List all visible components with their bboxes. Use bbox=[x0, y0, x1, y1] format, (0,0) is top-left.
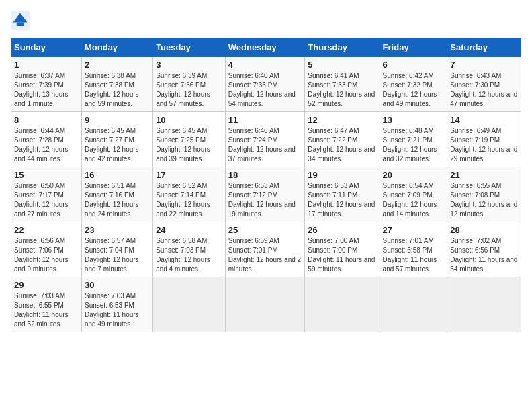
day-info: Sunrise: 6:58 AMSunset: 7:03 PMDaylight:… bbox=[156, 236, 222, 274]
col-header-tuesday: Tuesday bbox=[153, 38, 226, 57]
day-number: 8 bbox=[14, 115, 79, 125]
day-number: 4 bbox=[228, 60, 302, 70]
calendar-cell: 29Sunrise: 7:03 AMSunset: 6:55 PMDayligh… bbox=[11, 277, 82, 332]
day-number: 22 bbox=[14, 225, 79, 235]
day-number: 5 bbox=[308, 60, 376, 70]
day-info: Sunrise: 7:02 AMSunset: 6:56 PMDaylight:… bbox=[450, 236, 518, 274]
day-number: 19 bbox=[308, 170, 376, 180]
calendar-table: SundayMondayTuesdayWednesdayThursdayFrid… bbox=[11, 38, 521, 332]
calendar-cell bbox=[380, 277, 447, 332]
week-row-1: 1Sunrise: 6:37 AMSunset: 7:39 PMDaylight… bbox=[11, 57, 521, 112]
day-number: 28 bbox=[450, 225, 518, 235]
day-info: Sunrise: 6:57 AMSunset: 7:04 PMDaylight:… bbox=[85, 236, 150, 274]
week-row-2: 8Sunrise: 6:44 AMSunset: 7:28 PMDaylight… bbox=[11, 112, 521, 167]
day-info: Sunrise: 6:49 AMSunset: 7:19 PMDaylight:… bbox=[450, 126, 518, 164]
day-info: Sunrise: 6:40 AMSunset: 7:35 PMDaylight:… bbox=[228, 71, 302, 109]
day-info: Sunrise: 6:50 AMSunset: 7:17 PMDaylight:… bbox=[14, 181, 79, 219]
col-header-saturday: Saturday bbox=[447, 38, 521, 57]
day-info: Sunrise: 6:52 AMSunset: 7:14 PMDaylight:… bbox=[156, 181, 222, 219]
day-number: 12 bbox=[308, 115, 376, 125]
day-number: 18 bbox=[228, 170, 302, 180]
calendar-cell: 11Sunrise: 6:46 AMSunset: 7:24 PMDayligh… bbox=[225, 112, 305, 167]
calendar-cell: 24Sunrise: 6:58 AMSunset: 7:03 PMDayligh… bbox=[153, 222, 226, 277]
day-number: 26 bbox=[308, 225, 376, 235]
day-number: 27 bbox=[383, 225, 445, 235]
day-number: 1 bbox=[14, 60, 79, 70]
calendar-cell: 14Sunrise: 6:49 AMSunset: 7:19 PMDayligh… bbox=[447, 112, 521, 167]
day-info: Sunrise: 6:42 AMSunset: 7:32 PMDaylight:… bbox=[383, 71, 445, 109]
day-number: 6 bbox=[383, 60, 445, 70]
calendar-cell: 10Sunrise: 6:45 AMSunset: 7:25 PMDayligh… bbox=[153, 112, 226, 167]
day-number: 20 bbox=[383, 170, 445, 180]
day-info: Sunrise: 6:51 AMSunset: 7:16 PMDaylight:… bbox=[85, 181, 150, 219]
day-info: Sunrise: 6:39 AMSunset: 7:36 PMDaylight:… bbox=[156, 71, 222, 109]
day-number: 7 bbox=[450, 60, 518, 70]
day-info: Sunrise: 6:44 AMSunset: 7:28 PMDaylight:… bbox=[14, 126, 79, 164]
calendar-cell: 8Sunrise: 6:44 AMSunset: 7:28 PMDaylight… bbox=[11, 112, 82, 167]
day-info: Sunrise: 7:03 AMSunset: 6:53 PMDaylight:… bbox=[85, 291, 150, 329]
calendar-cell: 23Sunrise: 6:57 AMSunset: 7:04 PMDayligh… bbox=[81, 222, 152, 277]
col-header-friday: Friday bbox=[380, 38, 447, 57]
calendar-cell: 9Sunrise: 6:45 AMSunset: 7:27 PMDaylight… bbox=[81, 112, 152, 167]
day-number: 16 bbox=[85, 170, 150, 180]
day-number: 10 bbox=[156, 115, 222, 125]
day-info: Sunrise: 6:43 AMSunset: 7:30 PMDaylight:… bbox=[450, 71, 518, 109]
calendar-cell bbox=[447, 277, 521, 332]
day-number: 15 bbox=[14, 170, 79, 180]
calendar-cell: 6Sunrise: 6:42 AMSunset: 7:32 PMDaylight… bbox=[380, 57, 447, 112]
day-info: Sunrise: 6:53 AMSunset: 7:12 PMDaylight:… bbox=[228, 181, 302, 219]
calendar-cell: 16Sunrise: 6:51 AMSunset: 7:16 PMDayligh… bbox=[81, 167, 152, 222]
col-header-wednesday: Wednesday bbox=[225, 38, 305, 57]
calendar-cell: 27Sunrise: 7:01 AMSunset: 6:58 PMDayligh… bbox=[380, 222, 447, 277]
calendar-cell: 17Sunrise: 6:52 AMSunset: 7:14 PMDayligh… bbox=[153, 167, 226, 222]
col-header-thursday: Thursday bbox=[305, 38, 380, 57]
col-header-sunday: Sunday bbox=[11, 38, 82, 57]
day-number: 11 bbox=[228, 115, 302, 125]
day-number: 13 bbox=[383, 115, 445, 125]
calendar-cell: 25Sunrise: 6:59 AMSunset: 7:01 PMDayligh… bbox=[225, 222, 305, 277]
day-info: Sunrise: 6:55 AMSunset: 7:08 PMDaylight:… bbox=[450, 181, 518, 219]
day-number: 17 bbox=[156, 170, 222, 180]
header bbox=[11, 11, 521, 30]
calendar-cell: 21Sunrise: 6:55 AMSunset: 7:08 PMDayligh… bbox=[447, 167, 521, 222]
day-info: Sunrise: 6:41 AMSunset: 7:33 PMDaylight:… bbox=[308, 71, 376, 109]
day-info: Sunrise: 6:45 AMSunset: 7:27 PMDaylight:… bbox=[85, 126, 150, 164]
week-row-4: 22Sunrise: 6:56 AMSunset: 7:06 PMDayligh… bbox=[11, 222, 521, 277]
day-info: Sunrise: 6:56 AMSunset: 7:06 PMDaylight:… bbox=[14, 236, 79, 274]
calendar-cell: 2Sunrise: 6:38 AMSunset: 7:38 PMDaylight… bbox=[81, 57, 152, 112]
day-number: 3 bbox=[156, 60, 222, 70]
day-info: Sunrise: 7:00 AMSunset: 7:00 PMDaylight:… bbox=[308, 236, 376, 274]
calendar-cell: 22Sunrise: 6:56 AMSunset: 7:06 PMDayligh… bbox=[11, 222, 82, 277]
calendar-cell bbox=[153, 277, 226, 332]
calendar-cell: 7Sunrise: 6:43 AMSunset: 7:30 PMDaylight… bbox=[447, 57, 521, 112]
calendar-cell: 1Sunrise: 6:37 AMSunset: 7:39 PMDaylight… bbox=[11, 57, 82, 112]
calendar-cell: 13Sunrise: 6:48 AMSunset: 7:21 PMDayligh… bbox=[380, 112, 447, 167]
calendar-cell: 20Sunrise: 6:54 AMSunset: 7:09 PMDayligh… bbox=[380, 167, 447, 222]
calendar-cell: 19Sunrise: 6:53 AMSunset: 7:11 PMDayligh… bbox=[305, 167, 380, 222]
day-info: Sunrise: 6:46 AMSunset: 7:24 PMDaylight:… bbox=[228, 126, 302, 164]
day-number: 2 bbox=[85, 60, 150, 70]
calendar-cell: 3Sunrise: 6:39 AMSunset: 7:36 PMDaylight… bbox=[153, 57, 226, 112]
day-info: Sunrise: 6:47 AMSunset: 7:22 PMDaylight:… bbox=[308, 126, 376, 164]
calendar-cell: 26Sunrise: 7:00 AMSunset: 7:00 PMDayligh… bbox=[305, 222, 380, 277]
week-row-3: 15Sunrise: 6:50 AMSunset: 7:17 PMDayligh… bbox=[11, 167, 521, 222]
day-number: 14 bbox=[450, 115, 518, 125]
day-info: Sunrise: 6:37 AMSunset: 7:39 PMDaylight:… bbox=[14, 71, 79, 109]
day-number: 21 bbox=[450, 170, 518, 180]
svg-rect-2 bbox=[17, 23, 24, 26]
calendar-cell: 18Sunrise: 6:53 AMSunset: 7:12 PMDayligh… bbox=[225, 167, 305, 222]
calendar-cell: 15Sunrise: 6:50 AMSunset: 7:17 PMDayligh… bbox=[11, 167, 82, 222]
calendar-cell: 28Sunrise: 7:02 AMSunset: 6:56 PMDayligh… bbox=[447, 222, 521, 277]
day-info: Sunrise: 7:03 AMSunset: 6:55 PMDaylight:… bbox=[14, 291, 79, 329]
day-number: 30 bbox=[85, 280, 150, 290]
calendar-cell bbox=[225, 277, 305, 332]
week-row-5: 29Sunrise: 7:03 AMSunset: 6:55 PMDayligh… bbox=[11, 277, 521, 332]
calendar-cell: 5Sunrise: 6:41 AMSunset: 7:33 PMDaylight… bbox=[305, 57, 380, 112]
day-info: Sunrise: 6:45 AMSunset: 7:25 PMDaylight:… bbox=[156, 126, 222, 164]
day-number: 9 bbox=[85, 115, 150, 125]
day-number: 23 bbox=[85, 225, 150, 235]
day-number: 25 bbox=[228, 225, 302, 235]
col-header-monday: Monday bbox=[81, 38, 152, 57]
day-info: Sunrise: 6:48 AMSunset: 7:21 PMDaylight:… bbox=[383, 126, 445, 164]
calendar-cell: 30Sunrise: 7:03 AMSunset: 6:53 PMDayligh… bbox=[81, 277, 152, 332]
